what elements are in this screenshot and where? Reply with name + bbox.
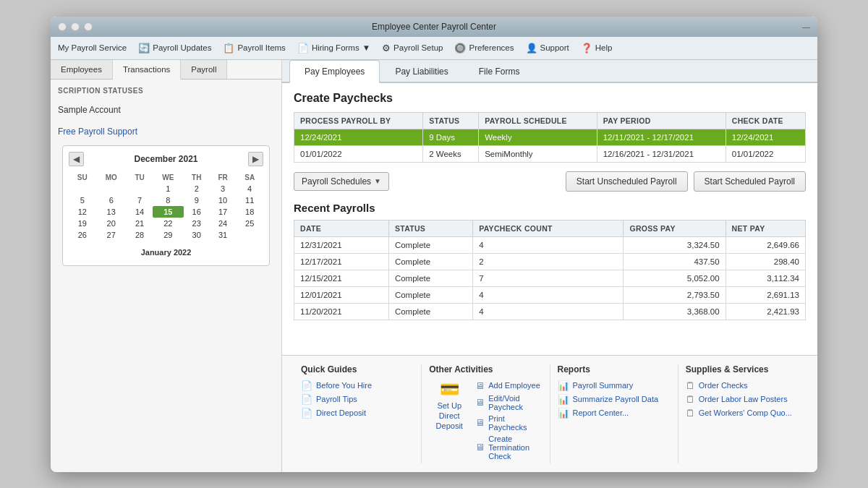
calendar-day [96, 183, 127, 194]
calendar-day[interactable]: 7 [127, 194, 153, 206]
report-payroll-summary[interactable]: 📊 Payroll Summary [558, 380, 671, 391]
calendar-day[interactable]: 2 [184, 183, 210, 194]
cal-day-mo: MO [96, 172, 127, 183]
calendar-day[interactable]: 17 [210, 206, 236, 218]
menu-payroll-items[interactable]: 📋 Payroll Items [223, 43, 285, 53]
add-employee-item[interactable]: 🖥 Add Employee [475, 380, 542, 391]
report-summarize-payroll-data[interactable]: 📊 Summarize Payroll Data [558, 394, 671, 405]
calendar-day[interactable]: 16 [184, 206, 210, 218]
free-payroll-support-link[interactable]: Free Payroll Support [58, 127, 274, 137]
calendar-day[interactable]: 21 [127, 218, 153, 229]
menu-bar: My Payroll Service 🔄 Payroll Updates 📋 P… [51, 37, 817, 60]
close-button[interactable] [58, 22, 67, 31]
menu-my-payroll-service[interactable]: My Payroll Service [58, 43, 127, 52]
supply-workers-comp[interactable]: 🗒 Get Workers' Comp Quo... [686, 408, 799, 419]
calendar-day[interactable]: 10 [210, 194, 236, 206]
maximize-button[interactable] [84, 22, 93, 31]
net-pay-link[interactable]: 2,421.93 [726, 303, 805, 320]
supplies-title: Supplies & Services [686, 364, 799, 374]
calendar-day[interactable]: 29 [153, 229, 183, 241]
calendar-day[interactable]: 6 [96, 194, 127, 206]
calendar-day[interactable]: 27 [96, 229, 127, 241]
net-pay-link[interactable]: 3,112.34 [726, 270, 805, 286]
supply-order-checks[interactable]: 🗒 Order Checks [686, 380, 799, 391]
col-pay-period: PAY PERIOD [597, 112, 726, 129]
menu-payroll-updates[interactable]: 🔄 Payroll Updates [138, 43, 211, 53]
table-row[interactable]: 12/15/2021Complete75,052.003,112.34 [294, 270, 806, 286]
tab-file-forms[interactable]: File Forms [464, 60, 535, 83]
calendar-day[interactable]: 22 [153, 218, 183, 229]
set-up-direct-deposit[interactable]: 💳 Set UpDirect Deposit [429, 380, 469, 431]
calendar-day[interactable]: 20 [96, 218, 127, 229]
start-unscheduled-payroll-button[interactable]: Start Unscheduled Payroll [566, 171, 688, 192]
quick-guide-direct-deposit[interactable]: 📄 Direct Deposit [301, 408, 414, 419]
calendar-day[interactable]: 25 [236, 218, 263, 229]
col-gross-pay: GROSS PAY [624, 220, 726, 236]
start-scheduled-payroll-button[interactable]: Start Scheduled Payroll [694, 171, 806, 192]
col-paycheck-count: PAYCHECK COUNT [473, 220, 624, 236]
cal-day-su: SU [69, 172, 96, 183]
calendar-day[interactable]: 31 [210, 229, 236, 241]
calendar-day[interactable]: 23 [184, 218, 210, 229]
calendar-day[interactable]: 13 [96, 206, 127, 218]
sidebar-tab-transactions[interactable]: Transactions [113, 60, 181, 80]
calendar-day[interactable]: 30 [184, 229, 210, 241]
tab-pay-liabilities[interactable]: Pay Liabilities [380, 60, 463, 83]
table-row[interactable]: 12/01/2021Complete42,793.502,691.13 [294, 286, 806, 303]
pdf-icon: 📄 [301, 380, 312, 391]
create-termination-check-item[interactable]: 🖥 Create Termination Check [475, 435, 542, 461]
calendar-day[interactable]: 24 [210, 218, 236, 229]
calendar-prev-button[interactable]: ◀ [69, 152, 84, 166]
calendar-day[interactable]: 4 [236, 183, 263, 194]
calendar-day[interactable]: 12 [69, 206, 96, 218]
report-center[interactable]: 📊 Report Center... [558, 408, 671, 419]
quick-guide-payroll-tips[interactable]: 📄 Payroll Tips [301, 394, 414, 405]
menu-hiring-forms[interactable]: 📄 Hiring Forms ▼ [297, 43, 370, 53]
supply-order-labor-law-posters[interactable]: 🗒 Order Labor Law Posters [686, 394, 799, 405]
calendar-day[interactable]: 14 [127, 206, 153, 218]
print-paychecks-item[interactable]: 🖥 Print Paychecks [475, 414, 542, 432]
menu-payroll-setup[interactable]: ⚙ Payroll Setup [382, 43, 443, 53]
add-employee-icon: 🖥 [475, 380, 485, 391]
payroll-schedules-dropdown[interactable]: Payroll Schedules ▼ [294, 172, 389, 191]
quick-guide-before-you-hire[interactable]: 📄 Before You Hire [301, 380, 414, 391]
cal-day-th: TH [184, 172, 210, 183]
calendar-day[interactable]: 5 [69, 194, 96, 206]
table-row[interactable]: 01/01/20222 WeeksSemiMonthly12/16/2021 -… [294, 145, 806, 162]
calendar-grid: SU MO TU WE TH FR SA 1234567891011121314… [69, 172, 263, 241]
calendar-day[interactable]: 1 [153, 183, 183, 194]
calendar-day[interactable]: 28 [127, 229, 153, 241]
col-net-pay: NET PAY [726, 220, 805, 236]
window-controls [58, 22, 93, 31]
minimize-button[interactable] [71, 22, 80, 31]
edit-void-paycheck-item[interactable]: 🖥 Edit/Void Paycheck [475, 394, 542, 411]
calendar-day[interactable]: 19 [69, 218, 96, 229]
net-pay-link[interactable]: 2,649.66 [726, 236, 805, 253]
menu-preferences[interactable]: 🔘 Preferences [454, 43, 514, 53]
calendar-next-button[interactable]: ▶ [248, 152, 263, 166]
reports-panel: Reports 📊 Payroll Summary 📊 Summarize Pa… [550, 364, 678, 463]
table-row[interactable]: 12/17/2021Complete2437.50298.40 [294, 253, 806, 270]
menu-help[interactable]: ❓ Help [581, 43, 613, 53]
calendar-header: ◀ December 2021 ▶ [69, 152, 263, 166]
calendar-day [69, 183, 96, 194]
calendar-day[interactable]: 9 [184, 194, 210, 206]
table-row[interactable]: 11/20/2021Complete43,368.002,421.93 [294, 303, 806, 320]
net-pay-link[interactable]: 298.40 [726, 253, 805, 270]
calendar-day[interactable]: 15 [153, 206, 183, 218]
payroll-setup-icon: ⚙ [382, 43, 391, 53]
table-row[interactable]: 12/31/2021Complete43,324.502,649.66 [294, 236, 806, 253]
calendar-day[interactable]: 18 [236, 206, 263, 218]
sidebar-tab-employees[interactable]: Employees [51, 60, 113, 79]
reports-title: Reports [558, 364, 671, 374]
calendar-day[interactable]: 11 [236, 194, 263, 206]
sidebar-tab-payroll[interactable]: Payroll [181, 60, 227, 79]
net-pay-link[interactable]: 2,691.13 [726, 286, 805, 303]
calendar-day[interactable]: 8 [153, 194, 183, 206]
table-row[interactable]: 12/24/20219 DaysWeekly12/11/2021 - 12/17… [294, 129, 806, 145]
create-paychecks-title: Create Paychecks [294, 92, 806, 105]
calendar-day[interactable]: 3 [210, 183, 236, 194]
calendar-day[interactable]: 26 [69, 229, 96, 241]
tab-pay-employees[interactable]: Pay Employees [289, 60, 380, 83]
menu-support[interactable]: 👤 Support [526, 43, 569, 53]
